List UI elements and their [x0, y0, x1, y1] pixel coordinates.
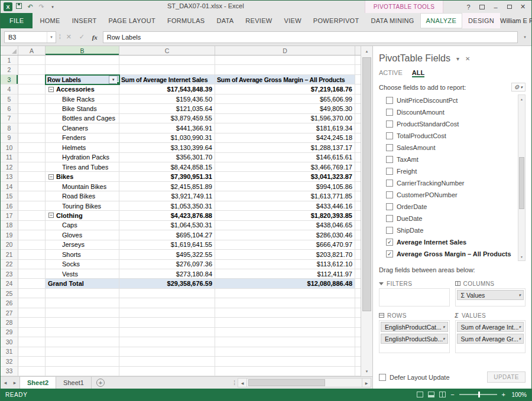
- cell-B3[interactable]: Row Labels: [46, 75, 119, 84]
- field-item[interactable]: UnitPriceDiscountPct: [379, 94, 517, 106]
- row-header-16[interactable]: 16: [1, 201, 18, 211]
- tools-button[interactable]: [511, 83, 525, 92]
- field-item[interactable]: Average Internet Sales: [379, 236, 517, 248]
- row-header-14[interactable]: 14: [1, 182, 18, 191]
- cell-A32[interactable]: [18, 357, 46, 366]
- row-header-4[interactable]: 4: [1, 84, 18, 94]
- undo-button[interactable]: [25, 2, 35, 11]
- cell-A6[interactable]: [18, 104, 46, 113]
- cell-C3[interactable]: Sum of Average Internet Sales: [119, 75, 215, 84]
- cell-D26[interactable]: [215, 298, 355, 308]
- close-button[interactable]: [516, 3, 530, 11]
- field-scroll-thumb[interactable]: [519, 157, 524, 209]
- cell-D4[interactable]: $7,219,168.76: [215, 84, 355, 94]
- cell-B4[interactable]: Accessories: [46, 84, 119, 94]
- cell-C25[interactable]: [119, 289, 215, 298]
- ribbon-tab-design[interactable]: DESIGN: [462, 13, 500, 28]
- pane-close-icon[interactable]: [465, 56, 470, 62]
- cell-D1[interactable]: [215, 56, 355, 65]
- values-box[interactable]: Sum of Average Int...Sum of Average Gr..…: [455, 320, 525, 353]
- row-header-3[interactable]: 3: [1, 75, 18, 84]
- row-header-29[interactable]: 29: [1, 328, 18, 337]
- field-item[interactable]: DiscountAmount: [379, 106, 517, 118]
- cell-A25[interactable]: [18, 289, 46, 298]
- cell-B29[interactable]: [46, 328, 119, 337]
- cell-D2[interactable]: [215, 65, 355, 74]
- cell-C33[interactable]: [119, 367, 215, 376]
- row-header-7[interactable]: 7: [1, 114, 18, 123]
- cell-B9[interactable]: Fenders: [46, 133, 119, 143]
- cell-D30[interactable]: [215, 337, 355, 347]
- scroll-down-icon[interactable]: [361, 366, 372, 376]
- cell-C17[interactable]: $4,423,876.88: [119, 211, 215, 220]
- cell-B6[interactable]: Bike Stands: [46, 104, 119, 113]
- chevron-down-icon[interactable]: [518, 293, 521, 298]
- cell-D13[interactable]: $3,041,323.87: [215, 172, 355, 181]
- cell-D3[interactable]: Sum of Average Gross Margin – All Produc…: [215, 75, 355, 84]
- cell-D9[interactable]: $424,245.18: [215, 133, 355, 143]
- cell-B14[interactable]: Mountain Bikes: [46, 182, 119, 191]
- minimize-button[interactable]: [489, 4, 502, 11]
- collapse-icon[interactable]: [48, 174, 54, 180]
- cell-D29[interactable]: [215, 328, 355, 337]
- defer-layout-checkbox[interactable]: [379, 374, 386, 381]
- columns-box[interactable]: Σ Values: [455, 288, 525, 307]
- fill-handle[interactable]: [116, 81, 119, 84]
- sheet-tab-sheet2[interactable]: Sheet2: [20, 377, 56, 389]
- tabbar-splitter[interactable]: [231, 377, 238, 389]
- cell-B32[interactable]: [46, 357, 119, 366]
- checkbox-icon[interactable]: [386, 191, 393, 198]
- cell-C32[interactable]: [119, 357, 215, 366]
- cell-A13[interactable]: [18, 172, 46, 181]
- field-item[interactable]: Average Gross Margin – All Products: [379, 248, 517, 260]
- cell-C30[interactable]: [119, 337, 215, 347]
- cell-A21[interactable]: [18, 250, 46, 259]
- row-header-21[interactable]: 21: [1, 250, 18, 259]
- scroll-right-icon[interactable]: [362, 378, 371, 387]
- chevron-down-icon[interactable]: [518, 337, 521, 341]
- field-item[interactable]: TaxAmt: [379, 154, 517, 165]
- cell-D25[interactable]: [215, 289, 355, 298]
- cell-B26[interactable]: [46, 298, 119, 308]
- row-header-13[interactable]: 13: [1, 172, 18, 181]
- cell-A8[interactable]: [18, 123, 46, 133]
- cell-C14[interactable]: $2,415,851.89: [119, 182, 215, 191]
- field-item[interactable]: ShipDate: [379, 224, 517, 236]
- tab-all[interactable]: ALL: [412, 69, 424, 77]
- ribbon-tab-view[interactable]: VIEW: [278, 13, 307, 28]
- cell-D17[interactable]: $1,820,393.85: [215, 211, 355, 220]
- chevron-down-icon[interactable]: [443, 337, 445, 341]
- ribbon-tab-analyze[interactable]: ANALYZE: [420, 13, 462, 28]
- ribbon-tab-data-mining[interactable]: DATA MINING: [365, 13, 420, 28]
- row-header-26[interactable]: 26: [1, 298, 18, 308]
- row-header-25[interactable]: 25: [1, 289, 18, 298]
- row-header-10[interactable]: 10: [1, 143, 18, 152]
- cell-C26[interactable]: [119, 298, 215, 308]
- checkbox-icon[interactable]: [386, 132, 393, 139]
- scroll-down-icon[interactable]: [518, 253, 525, 260]
- cell-A16[interactable]: [18, 201, 46, 211]
- cell-B7[interactable]: Bottles and Cages: [46, 114, 119, 123]
- area-chip[interactable]: Sum of Average Gr...: [457, 334, 524, 344]
- cell-C27[interactable]: [119, 308, 215, 318]
- normal-view-icon[interactable]: [417, 392, 423, 397]
- cell-A28[interactable]: [18, 318, 46, 327]
- column-header-c[interactable]: C: [119, 46, 215, 55]
- formula-bar-splitter[interactable]: [59, 34, 61, 40]
- cell-B16[interactable]: Touring Bikes: [46, 201, 119, 211]
- row-header-33[interactable]: 33: [1, 367, 18, 376]
- cell-D12[interactable]: $3,466,769.17: [215, 162, 355, 172]
- cell-B2[interactable]: [46, 65, 119, 74]
- field-list-scrollbar[interactable]: [518, 94, 525, 261]
- field-item[interactable]: OrderDate: [379, 201, 517, 213]
- zoom-level[interactable]: 100%: [510, 392, 527, 398]
- save-button[interactable]: [14, 2, 24, 11]
- checkbox-icon[interactable]: [386, 97, 393, 104]
- cell-D28[interactable]: [215, 318, 355, 327]
- cell-D31[interactable]: [215, 347, 355, 357]
- cell-B24[interactable]: Grand Total: [46, 279, 119, 288]
- field-item[interactable]: SalesAmount: [379, 142, 517, 154]
- cell-C11[interactable]: $356,301.70: [119, 153, 215, 162]
- field-item[interactable]: Freight: [379, 165, 517, 177]
- checkbox-icon[interactable]: [386, 215, 393, 222]
